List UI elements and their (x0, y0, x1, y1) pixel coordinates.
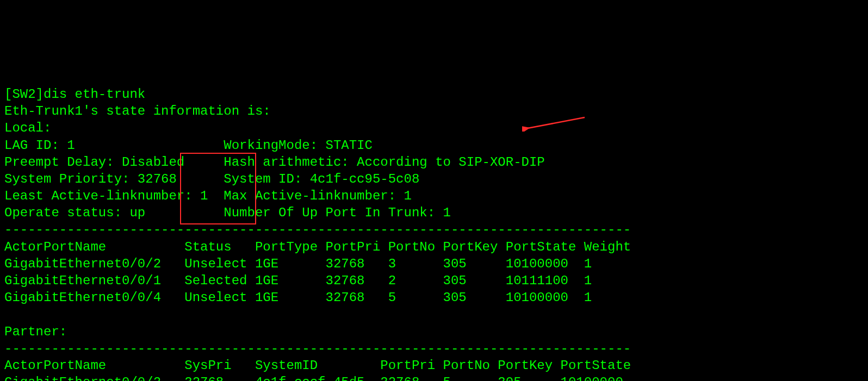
partner-table-header: ActorPortName SysPri SystemID PortPri Po… (4, 358, 631, 373)
table-row: GigabitEthernet0/0/1 Selected 1GE 32768 … (4, 273, 592, 288)
info-row: LAG ID: 1 WorkingMode: STATIC (4, 138, 373, 153)
terminal-output[interactable]: [SW2]dis eth-trunk Eth-Trunk1's state in… (4, 69, 864, 381)
info-row: Operate status: up Number Of Up Port In … (4, 205, 451, 220)
table-row: GigabitEthernet0/0/4 Unselect 1GE 32768 … (4, 290, 592, 305)
info-row: System Priority: 32768 System ID: 4c1f-c… (4, 172, 419, 186)
table-row: GigabitEthernet0/0/2 Unselect 1GE 32768 … (4, 257, 592, 271)
local-table-header: ActorPortName Status PortType PortPri Po… (4, 240, 631, 254)
header-line: Eth-Trunk1's state information is: (4, 104, 271, 118)
prompt-line: [SW2]dis eth-trunk (4, 87, 145, 102)
local-label: Local: (4, 121, 51, 135)
partner-label: Partner: (4, 324, 67, 339)
info-row: Least Active-linknumber: 1 Max Active-li… (4, 189, 412, 203)
info-row: Preempt Delay: Disabled Hash arithmetic:… (4, 155, 545, 170)
divider: ----------------------------------------… (4, 222, 631, 237)
divider: ----------------------------------------… (4, 341, 631, 356)
table-row: GigabitEthernet0/0/2 32768 4c1f-cccf-45d… (4, 375, 623, 381)
